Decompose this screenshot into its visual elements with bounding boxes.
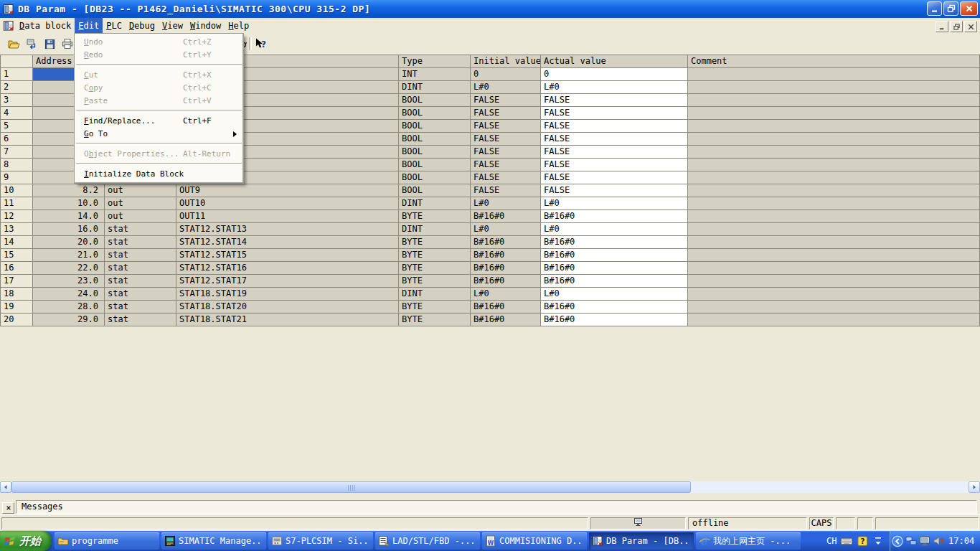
cell-actual-value-row-1[interactable]: 0 (541, 68, 688, 81)
horizontal-scrollbar[interactable] (0, 481, 980, 493)
cell-name-row-10[interactable]: OUT9 (176, 184, 399, 197)
open-button[interactable] (6, 36, 22, 52)
cell-address-row-19[interactable]: 28.0 (33, 301, 105, 314)
cell-comment-row-6[interactable] (688, 133, 980, 146)
language-indicator[interactable]: CH (826, 536, 837, 546)
cell-type-row-19[interactable]: BYTE (399, 301, 471, 314)
cell-actual-value-row-10[interactable]: FALSE (541, 184, 688, 197)
cell-name-row-18[interactable]: STAT18.STAT19 (176, 288, 399, 301)
cell-initial-value-row-7[interactable]: FALSE (471, 146, 541, 159)
cell-comment-row-2[interactable] (688, 81, 980, 94)
cell-name-row-12[interactable]: OUT11 (176, 210, 399, 223)
cell-row-number-row-11[interactable]: 11 (1, 197, 33, 210)
cell-initial-value-row-13[interactable]: L#0 (471, 223, 541, 236)
cell-declaration-row-18[interactable]: stat (105, 288, 176, 301)
cell-type-row-4[interactable]: BOOL (399, 107, 471, 120)
cell-type-row-16[interactable]: BYTE (399, 262, 471, 275)
cell-address-row-20[interactable]: 29.0 (33, 314, 105, 326)
menubar-item-debug[interactable]: Debug (126, 18, 159, 34)
cell-address-row-11[interactable]: 10.0 (33, 197, 105, 210)
cell-comment-row-9[interactable] (688, 171, 980, 184)
language-help-icon[interactable]: ? (857, 535, 868, 547)
cell-comment-row-8[interactable] (688, 159, 980, 171)
cell-comment-row-13[interactable] (688, 223, 980, 236)
close-button[interactable] (960, 1, 978, 16)
cell-comment-row-15[interactable] (688, 249, 980, 262)
cell-type-row-13[interactable]: DINT (399, 223, 471, 236)
cell-row-number-row-3[interactable]: 3 (1, 94, 33, 107)
cell-declaration-row-10[interactable]: out (105, 184, 176, 197)
cell-row-number-row-9[interactable]: 9 (1, 171, 33, 184)
cell-name-row-17[interactable]: STAT12.STAT17 (176, 275, 399, 288)
cell-address-row-18[interactable]: 24.0 (33, 288, 105, 301)
cell-row-number-row-19[interactable]: 19 (1, 301, 33, 314)
cell-type-row-11[interactable]: DINT (399, 197, 471, 210)
cell-row-number-row-10[interactable]: 10 (1, 184, 33, 197)
cell-address-row-13[interactable]: 16.0 (33, 223, 105, 236)
cell-actual-value-row-16[interactable]: B#16#0 (541, 262, 688, 275)
cell-comment-row-14[interactable] (688, 236, 980, 249)
cell-row-number-row-1[interactable]: 1 (1, 68, 33, 81)
cell-comment-row-3[interactable] (688, 94, 980, 107)
menubar-item-help[interactable]: Help (225, 18, 253, 34)
cell-actual-value-row-14[interactable]: B#16#0 (541, 236, 688, 249)
cell-row-number-row-20[interactable]: 20 (1, 314, 33, 326)
cell-row-number-row-16[interactable]: 16 (1, 262, 33, 275)
cell-actual-value-row-20[interactable]: B#16#0 (541, 314, 688, 326)
cell-comment-row-17[interactable] (688, 275, 980, 288)
menubar-item-window[interactable]: Window (187, 18, 225, 34)
cell-actual-value-row-13[interactable]: L#0 (541, 223, 688, 236)
cell-comment-row-16[interactable] (688, 262, 980, 275)
taskbar-button-simatic[interactable]: SIMATIC Manage... (161, 532, 266, 550)
cell-actual-value-row-19[interactable]: B#16#0 (541, 301, 688, 314)
edit-menu-item-go-to[interactable]: Go To (75, 128, 242, 141)
mdi-minimize-button[interactable] (936, 21, 948, 32)
cell-actual-value-row-9[interactable]: FALSE (541, 171, 688, 184)
cell-initial-value-row-12[interactable]: B#16#0 (471, 210, 541, 223)
audio-tray-icon[interactable] (933, 535, 944, 547)
cell-actual-value-row-4[interactable]: FALSE (541, 107, 688, 120)
cell-row-number-row-4[interactable]: 4 (1, 107, 33, 120)
cell-comment-row-1[interactable] (688, 68, 980, 81)
cell-initial-value-row-18[interactable]: L#0 (471, 288, 541, 301)
cell-type-row-3[interactable]: BOOL (399, 94, 471, 107)
network-tray-icon[interactable] (905, 535, 917, 547)
cell-actual-value-row-11[interactable]: L#0 (541, 197, 688, 210)
cell-type-row-1[interactable]: INT (399, 68, 471, 81)
cell-comment-row-11[interactable] (688, 197, 980, 210)
cell-initial-value-row-9[interactable]: FALSE (471, 171, 541, 184)
cell-name-row-20[interactable]: STAT18.STAT21 (176, 314, 399, 326)
taskbar-button-lad[interactable]: LAD/STL/FBD -... (375, 532, 480, 550)
cell-initial-value-row-4[interactable]: FALSE (471, 107, 541, 120)
print-button[interactable] (60, 36, 75, 52)
cell-initial-value-row-16[interactable]: B#16#0 (471, 262, 541, 275)
cell-row-number-row-18[interactable]: 18 (1, 288, 33, 301)
cell-actual-value-row-15[interactable]: B#16#0 (541, 249, 688, 262)
cell-comment-row-19[interactable] (688, 301, 980, 314)
cell-actual-value-row-7[interactable]: FALSE (541, 146, 688, 159)
cell-row-number-row-5[interactable]: 5 (1, 120, 33, 133)
cell-actual-value-row-8[interactable]: FALSE (541, 159, 688, 171)
cell-actual-value-row-17[interactable]: B#16#0 (541, 275, 688, 288)
minimize-button[interactable] (927, 1, 942, 16)
cell-address-row-16[interactable]: 22.0 (33, 262, 105, 275)
cell-declaration-row-15[interactable]: stat (105, 249, 176, 262)
cell-row-number-row-12[interactable]: 12 (1, 210, 33, 223)
taskbar-button-plcsim[interactable]: S7-PLCSIM - Si... (268, 532, 373, 550)
cell-type-row-14[interactable]: BYTE (399, 236, 471, 249)
app-icon[interactable] (3, 4, 14, 15)
taskbar-button-db-param[interactable]: DB Param - [DB... (589, 532, 694, 550)
cell-type-row-8[interactable]: BOOL (399, 159, 471, 171)
cell-type-row-6[interactable]: BOOL (399, 133, 471, 146)
cell-name-row-11[interactable]: OUT10 (176, 197, 399, 210)
cell-actual-value-row-5[interactable]: FALSE (541, 120, 688, 133)
cell-declaration-row-17[interactable]: stat (105, 275, 176, 288)
cell-row-number-row-17[interactable]: 17 (1, 275, 33, 288)
cell-initial-value-row-20[interactable]: B#16#0 (471, 314, 541, 326)
edit-menu-item-find-replace[interactable]: Find/Replace...Ctrl+F (75, 115, 242, 128)
cell-comment-row-10[interactable] (688, 184, 980, 197)
mdi-restore-button[interactable] (950, 21, 963, 32)
cell-row-number-row-14[interactable]: 14 (1, 236, 33, 249)
scrollbar-thumb[interactable] (11, 481, 691, 493)
cell-type-row-12[interactable]: BYTE (399, 210, 471, 223)
